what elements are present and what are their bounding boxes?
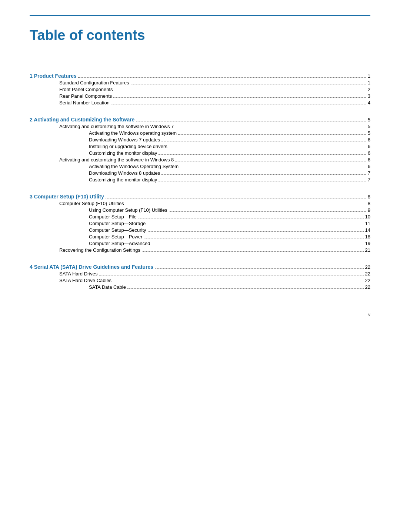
toc-chapter-heading-1[interactable]: 1 Product Features1 xyxy=(30,73,370,79)
toc-dots xyxy=(151,245,363,245)
toc-chapter-title-4: 4 Serial ATA (SATA) Drive Guidelines and… xyxy=(30,264,153,270)
toc-dots xyxy=(175,128,366,128)
toc-entry-page: 6 xyxy=(368,164,370,169)
toc-entry[interactable]: Computer Setup—Storage11 xyxy=(30,221,370,226)
toc-entry-label: Serial Number Location xyxy=(30,100,110,106)
toc-entry[interactable]: Installing or upgrading device drivers6 xyxy=(30,144,370,149)
toc-dots xyxy=(175,161,366,161)
toc-entry[interactable]: Serial Number Location4 xyxy=(30,100,370,106)
toc-chapter-1: 1 Product Features1Standard Configuratio… xyxy=(30,73,370,106)
toc-dots xyxy=(148,231,364,232)
toc-entry-label: Customizing the monitor display xyxy=(30,177,157,183)
toc-entry-label: SATA Hard Drive Cables xyxy=(30,278,111,283)
toc-entry[interactable]: Recovering the Configuration Settings21 xyxy=(30,247,370,253)
toc-entry-label: Customizing the monitor display xyxy=(30,150,157,156)
toc-entry[interactable]: Activating the Windows operating system5 xyxy=(30,130,370,136)
page-title: Table of contents xyxy=(30,27,370,43)
toc-entry[interactable]: Computer Setup—Advanced19 xyxy=(30,241,370,246)
toc-entry-label: Using Computer Setup (F10) Utilities xyxy=(30,207,167,213)
toc-entry-page: 22 xyxy=(365,271,370,277)
toc-entry[interactable]: Customizing the monitor display6 xyxy=(30,150,370,156)
toc-entry-page: 3 xyxy=(368,93,370,99)
toc-entry-label: Activating the Windows Operating System xyxy=(30,164,179,169)
toc-dots xyxy=(180,168,366,168)
toc-entry[interactable]: Using Computer Setup (F10) Utilities9 xyxy=(30,207,370,213)
toc-entry-label: SATA Hard Drives xyxy=(30,271,98,277)
toc-entry[interactable]: Activating and customizing the software … xyxy=(30,124,370,129)
toc-entry[interactable]: Activating and customizing the software … xyxy=(30,157,370,163)
toc-entry-page: 7 xyxy=(368,177,370,183)
toc-dots xyxy=(147,225,363,225)
toc-dots xyxy=(113,282,363,282)
toc-entry-label: Computer Setup—Security xyxy=(30,227,146,233)
toc-entry-page: 18 xyxy=(365,234,370,240)
toc-chapter-page-2: 5 xyxy=(368,117,370,123)
toc-dots xyxy=(106,198,366,198)
toc-dots xyxy=(113,97,366,98)
toc-entry-label: Front Panel Components xyxy=(30,87,113,92)
toc-entry-page: 7 xyxy=(368,170,370,176)
toc-entry-page: 5 xyxy=(368,124,370,129)
toc-dots xyxy=(138,218,364,218)
toc-entry[interactable]: SATA Hard Drives22 xyxy=(30,271,370,277)
toc-entry-label: SATA Data Cable xyxy=(30,284,126,290)
toc-dots xyxy=(131,84,366,84)
toc-dots xyxy=(99,275,364,275)
toc-entry[interactable]: SATA Hard Drive Cables22 xyxy=(30,278,370,283)
toc-chapter-heading-3[interactable]: 3 Computer Setup (F10) Utility8 xyxy=(30,194,370,200)
toc-dots xyxy=(161,141,366,141)
toc-entry[interactable]: Front Panel Components2 xyxy=(30,87,370,92)
toc-entry-page: 21 xyxy=(365,247,370,253)
toc-entry-label: Downloading Windows 7 updates xyxy=(30,137,160,143)
toc-entry-label: Computer Setup—Advanced xyxy=(30,241,150,246)
toc-entry-label: Computer Setup (F10) Utilities xyxy=(30,201,124,206)
toc-entry-label: Recovering the Configuration Settings xyxy=(30,247,140,253)
toc-entry-label: Downloading Windows 8 updates xyxy=(30,170,160,176)
toc-entry[interactable]: Activating the Windows Operating System6 xyxy=(30,164,370,169)
toc-entry-label: Installing or upgrading device drivers xyxy=(30,144,167,149)
toc-entry[interactable]: Downloading Windows 8 updates7 xyxy=(30,170,370,176)
toc-entry[interactable]: SATA Data Cable22 xyxy=(30,284,370,290)
toc-entry-page: 14 xyxy=(365,227,370,233)
toc-entry[interactable]: Customizing the monitor display7 xyxy=(30,177,370,183)
toc-entry-page: 6 xyxy=(368,157,370,163)
toc-entry-page: 10 xyxy=(365,214,370,220)
toc-chapter-title-3: 3 Computer Setup (F10) Utility xyxy=(30,194,104,200)
toc-dots xyxy=(161,174,366,175)
toc-entry[interactable]: Computer Setup—Power18 xyxy=(30,234,370,240)
toc-dots xyxy=(159,181,366,181)
toc-chapter-title-1: 1 Product Features xyxy=(30,73,77,79)
toc-chapter-3: 3 Computer Setup (F10) Utility8Computer … xyxy=(30,194,370,253)
toc-entry[interactable]: Downloading Windows 7 updates6 xyxy=(30,137,370,143)
toc-entry-page: 8 xyxy=(368,201,370,206)
toc-entry-label: Standard Configuration Features xyxy=(30,80,129,86)
toc-dots xyxy=(169,148,366,148)
toc-dots xyxy=(169,211,366,212)
toc-entry-label: Computer Setup—Storage xyxy=(30,221,146,226)
toc-entry[interactable]: Standard Configuration Features1 xyxy=(30,80,370,86)
toc-entry-label: Computer Setup—Power xyxy=(30,234,143,240)
toc-entry-label: Activating and customizing the software … xyxy=(30,124,174,129)
toc-entry[interactable]: Computer Setup—File10 xyxy=(30,214,370,220)
page-footer: v xyxy=(30,312,370,317)
toc-chapter-heading-4[interactable]: 4 Serial ATA (SATA) Drive Guidelines and… xyxy=(30,264,370,270)
toc-dots xyxy=(111,104,366,104)
toc-dots xyxy=(127,288,364,289)
toc-entry-page: 5 xyxy=(368,130,370,136)
toc-dots xyxy=(78,77,366,78)
toc-chapter-4: 4 Serial ATA (SATA) Drive Guidelines and… xyxy=(30,264,370,290)
toc-entry-page: 19 xyxy=(365,241,370,246)
toc-entry-page: 6 xyxy=(368,137,370,143)
toc-entry[interactable]: Computer Setup—Security14 xyxy=(30,227,370,233)
toc-entry-page: 11 xyxy=(365,221,370,226)
toc-chapter-page-4: 22 xyxy=(365,264,370,270)
toc-entry-page: 2 xyxy=(368,87,370,92)
toc-entry-page: 4 xyxy=(368,100,370,106)
toc-entry[interactable]: Computer Setup (F10) Utilities8 xyxy=(30,201,370,206)
toc-entry[interactable]: Rear Panel Components3 xyxy=(30,93,370,99)
toc-dots xyxy=(114,91,366,91)
toc-entry-page: 22 xyxy=(365,284,370,290)
toc-chapter-heading-2[interactable]: 2 Activating and Customizing the Softwar… xyxy=(30,117,370,123)
toc-entry-label: Rear Panel Components xyxy=(30,93,112,99)
footer-page-number: v xyxy=(368,312,370,317)
